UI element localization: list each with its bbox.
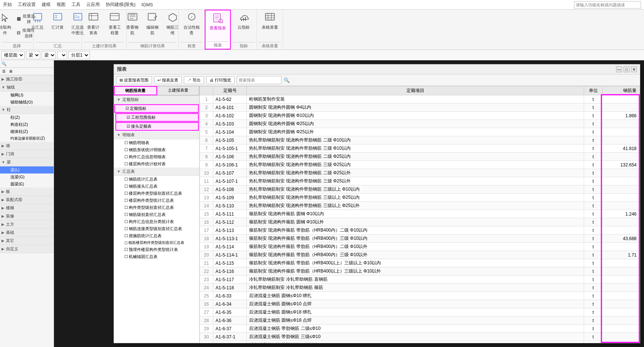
type1-select[interactable]: 梁 (26, 51, 40, 59)
tree-item-joint-quota[interactable]: ☑ 接头定额表 (115, 122, 199, 131)
menu-cloud[interactable]: 云应用 (86, 1, 100, 8)
view-calc-button[interactable]: 查看计算表 (83, 10, 103, 37)
tree-item-floor-type-dia[interactable]: ☐ 楼层构件类型级别直径汇总表 (114, 190, 199, 197)
nav-item-masonry-col[interactable]: 砌体柱(Z) (0, 128, 54, 135)
nav-item-structural-col[interactable]: 构造柱(Z) (0, 121, 54, 128)
nav-section-stair[interactable]: ▶ 楼梯 (0, 204, 54, 212)
tree-item-rebar-level-dia[interactable]: ☐ 钢筋级别直径汇总表 (114, 211, 199, 218)
cell-code: A1-6-102 (213, 112, 247, 120)
view-rebar-button[interactable]: 查看钢筋 (123, 10, 142, 37)
menu-model[interactable]: 建模 (42, 1, 51, 8)
view-report-button[interactable]: 查看报表 (207, 11, 228, 32)
tree-group-quota[interactable]: ▼ 定额指标 (114, 96, 199, 104)
tree-item-rebar-total[interactable]: ☐ 钢筋统计汇总表 (114, 176, 199, 183)
tab-rebar-report[interactable]: 钢筋报表量 (114, 86, 157, 95)
export-button[interactable]: ↗ 导出 (184, 76, 204, 84)
table-calc-button[interactable]: 表格算量 (259, 10, 280, 32)
type3-select[interactable] (57, 51, 67, 59)
tree-item-project-range[interactable]: ☑ 工程范围指标 (115, 113, 199, 122)
edit-rebar-button[interactable]: 编辑钢筋 (143, 10, 162, 37)
table-row: 7 A1-5-105-1 热轧带助钢筋制安 现浇构件带肋钢筋 三级 Φ10以内 … (200, 144, 640, 153)
nav-section-foundation[interactable]: ▶ 基础 (0, 229, 54, 237)
tree-item-rebar-detail[interactable]: ☐ 钢筋明细表 (114, 139, 199, 146)
tree-item-mech-anchor[interactable]: ☐ 机械锚固汇总表 (114, 253, 199, 260)
type2-select[interactable]: 梁 (42, 51, 56, 59)
menu-start[interactable]: 开始 (3, 1, 12, 8)
tree-item-member-summary-class[interactable]: ☐ 构件汇总信息分类统计表 (114, 218, 199, 225)
menu-tools[interactable]: 工具 (71, 1, 80, 8)
nav-item-beam-g[interactable]: 连梁(G) (0, 174, 54, 181)
restore-button[interactable]: □ (624, 66, 629, 72)
tree-item-plant-floor-dia[interactable]: ☐ 植筋楼层构件类型级别直径汇总表 (114, 239, 199, 246)
cell-code: A1-5-109 (213, 194, 247, 202)
table-row: 17 A1-5-113 箍筋制安 现浇构件箍筋 带肋筋（HRB400内）二级 Φ… (200, 226, 640, 235)
tree-group-detail[interactable]: ▼ 明细表 (114, 131, 199, 139)
tree-item-floor-member[interactable]: ☐ 楼层构件统计校对表 (114, 160, 199, 168)
set-report-range-button[interactable]: ⊞ 设置报表范围 (116, 76, 152, 84)
nav-item-beam-e[interactable]: 圆梁(E) (0, 181, 54, 188)
legality-check-button[interactable]: ✓ 合法性检查 (180, 10, 203, 37)
tree-item-measure[interactable]: ☐ 措施筋统计汇总表 (114, 232, 199, 239)
nav-section-decoration[interactable]: ▶ 装修 (0, 212, 54, 220)
menu-view[interactable]: 视图 (57, 1, 66, 8)
nav-item-aux-axis[interactable]: 辅助轴线(O) (0, 99, 54, 106)
nav-item-beam-l[interactable]: 梁(L) (0, 166, 54, 174)
print-preview-button[interactable]: 🖨 打印预览 (206, 76, 235, 84)
tree-item-embed-floor-stat[interactable]: ☐ 预埋件楼层构件类型统计表 (114, 246, 199, 253)
cloud-indicator-button[interactable]: 云指标 (235, 10, 253, 32)
cell-name: 热轧带助钢筋制安 现浇构件带肋钢筋 三级以上 Φ25以外 (247, 202, 584, 210)
section-label: 土方 (6, 222, 14, 227)
window-controls: — □ ✕ (616, 66, 637, 72)
cell-code: A1-5-110 (213, 202, 247, 210)
minimize-button[interactable]: — (616, 66, 622, 72)
tab-civil-report[interactable]: 土建报表量 (157, 86, 200, 95)
nav-section-axis[interactable]: ▼ 轴线 (0, 83, 54, 92)
expand-icon: ▼ (1, 85, 5, 89)
nav-section-precast[interactable]: ▶ 装配式⑥ (0, 196, 54, 204)
nav-section-beam[interactable]: ▼ 梁 (0, 158, 54, 166)
report-query-button[interactable]: ↩ 报表反查 (154, 76, 182, 84)
menu-igms[interactable]: IGMS (141, 2, 153, 7)
list-view-icon[interactable]: ☰ (1, 69, 7, 74)
tree-item-member-type-dia[interactable]: ☐ 构件类型级别直径汇总表 (114, 204, 199, 211)
nav-section-door[interactable]: ▶ 门洞 (0, 150, 54, 158)
nav-item-axis-grid[interactable]: 轴网(J) (0, 92, 54, 99)
tree-group-total[interactable]: ▼ 汇总表 (114, 168, 199, 176)
close-button[interactable]: ✕ (631, 66, 637, 72)
nav-section-wall[interactable]: ▶ 墙 (0, 142, 54, 150)
tree-item-rebar-shape[interactable]: ☐ 钢筋形状统计明细表 (114, 146, 199, 153)
tree-item-rebar-conn-dia[interactable]: ☐ 钢筋连接类型级别直径汇总表 (114, 225, 199, 232)
floor-select[interactable]: 楼层面 (1, 51, 25, 59)
nav-search-icon: 🔍 (1, 61, 7, 66)
checkbox-icon: ☐ (124, 177, 128, 182)
tree-item-joint-total[interactable]: ☐ 钢筋接头汇总表 (114, 183, 199, 190)
report-search-input[interactable] (237, 76, 281, 84)
cloud-indicator-icon (238, 12, 250, 24)
tree-item-member-summary[interactable]: ☐ 构件汇总信息明细表 (114, 153, 199, 160)
report-table-container: 定额号 定额项目 单位 钢筋量 1 A1-5-62 桁钢筋笼制作安装 t 2 (200, 86, 640, 343)
cell-unit: t (584, 325, 603, 333)
checkbox-icon: ☐ (124, 212, 128, 217)
grid-view-icon[interactable]: ⊞ (8, 69, 14, 74)
view-quantity-button[interactable]: 查看工程量 (105, 10, 125, 37)
cloud-summary-button[interactable]: Σ 云汇总 (28, 10, 47, 32)
nav-item-constraint-col[interactable]: 约束边缘非阴影区(Z) (0, 135, 54, 142)
item-label: 构件汇总信息明细表 (129, 154, 166, 160)
level-select[interactable]: 分层1 (68, 51, 90, 59)
nav-section-custom[interactable]: ▶ 自定义 (0, 245, 54, 253)
nav-item-col-z[interactable]: 柱(Z) (0, 114, 54, 121)
menu-collab[interactable]: 协同建模(限免) (106, 1, 136, 8)
nav-section-column[interactable]: ▼ 柱 (0, 106, 54, 114)
expand-icon: ▶ (1, 222, 4, 226)
nav-section-construction[interactable]: ▶ 施工段⑥ (0, 75, 54, 83)
nav-section-other[interactable]: ▶ 其它 (0, 237, 54, 245)
nav-section-earthwork[interactable]: ▶ 土方 (0, 220, 54, 229)
pick-element-button[interactable]: 拾取构件 (0, 10, 15, 37)
calc-button[interactable]: Σ 汇计算 (48, 10, 67, 32)
table-row: 1 A1-5-62 桁钢筋笼制作安装 t (200, 95, 640, 104)
nav-section-slab[interactable]: ▶ 板 (0, 188, 54, 196)
menu-settings[interactable]: 工程设置 (18, 1, 36, 8)
tree-item-floor-type-stat[interactable]: ☐ 楼层构件类型统计汇总表 (114, 197, 199, 204)
tree-item-quota-indicator[interactable]: ☑ 定额指标 (114, 104, 199, 113)
global-search-input[interactable] (574, 1, 641, 9)
